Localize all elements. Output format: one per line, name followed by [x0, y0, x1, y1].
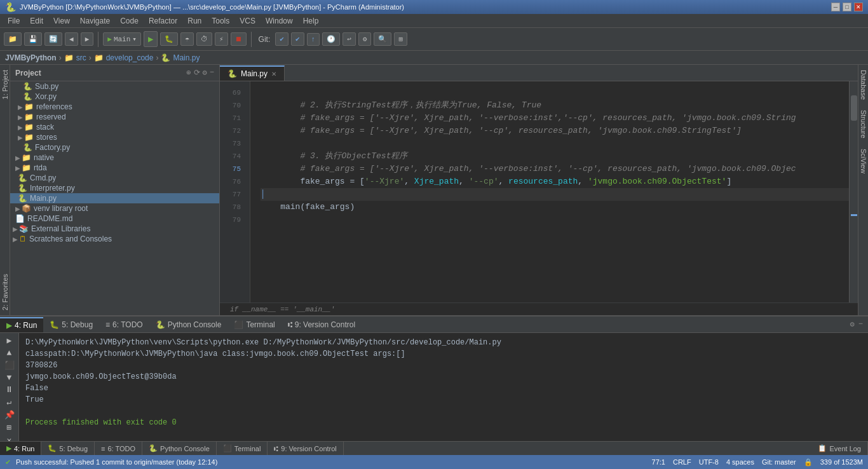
python-console-bottom-tab[interactable]: 🐍 Python Console	[142, 442, 217, 456]
soft-wrap-button[interactable]: ↵	[3, 397, 17, 407]
terminal-tab[interactable]: ⬛ Terminal	[227, 318, 281, 332]
menu-navigate[interactable]: Navigate	[75, 15, 115, 27]
git-branch[interactable]: Git: master	[762, 458, 796, 466]
vcs-commit-button[interactable]: ✔	[291, 32, 304, 46]
event-log-tab[interactable]: 📋 Event Log	[811, 442, 868, 456]
run-config-button[interactable]: ▶ Main ▾	[103, 32, 141, 46]
list-item[interactable]: ▶ 📦 venv library root	[10, 203, 219, 214]
position-indicator[interactable]: 77:1	[652, 458, 665, 466]
code-content[interactable]: # 2. 执行StringTest程序，执行结果为True, False, Tr…	[250, 81, 849, 302]
settings-gear-icon[interactable]: ⚙	[203, 68, 207, 78]
list-item[interactable]: ▶ 📁 rtda	[10, 163, 219, 173]
run-bottom-tab[interactable]: ▶ 4: Run	[0, 442, 41, 456]
list-item[interactable]: ▶ 🗒 Scratches and Consoles	[10, 234, 219, 244]
close-tab-icon[interactable]: ✕	[271, 71, 276, 78]
sync-button[interactable]: 🔄	[44, 32, 62, 46]
menu-window[interactable]: Window	[261, 15, 298, 27]
layout-button[interactable]: ⊞	[394, 32, 407, 46]
vc-bottom-tab[interactable]: ⑆ 9: Version Control	[268, 442, 343, 456]
settings-button[interactable]: ⚙	[358, 32, 372, 46]
console-output[interactable]: D:\MyPythonWork\JVMByPython\venv\Scripts…	[19, 333, 868, 441]
minimize-panel-icon[interactable]: −	[858, 320, 863, 329]
pin-tab-button[interactable]: 📌	[3, 410, 17, 420]
stop-run-button[interactable]: ⬛	[3, 360, 17, 370]
list-item[interactable]: ▶ 📁 reserved	[10, 112, 219, 122]
breadcrumb-main[interactable]: Main.py	[173, 53, 200, 62]
menu-run[interactable]: Run	[182, 15, 207, 27]
open-button[interactable]: 📁	[4, 32, 22, 46]
todo-tab[interactable]: ≡ 6: TODO	[99, 318, 149, 332]
scroll-thumb[interactable]	[851, 95, 857, 121]
collapse-icon[interactable]: −	[210, 68, 214, 78]
forward-button[interactable]: ▶	[81, 32, 94, 46]
maximize-button[interactable]: □	[843, 3, 851, 11]
scroll-up-button[interactable]: ▲	[3, 348, 17, 358]
scroll-down-button[interactable]: ▼	[3, 373, 17, 383]
list-item[interactable]: 🐍 Xor.py	[10, 92, 219, 102]
folder-icon: 📁	[22, 163, 31, 172]
breadcrumb-project[interactable]: JVMByPython	[5, 53, 57, 62]
menu-refactor[interactable]: Refactor	[144, 15, 182, 27]
stop-button[interactable]: ⏹	[231, 32, 247, 46]
minimize-button[interactable]: ─	[831, 3, 840, 11]
run-with-button[interactable]: ⚡	[215, 32, 228, 46]
search-button[interactable]: 🔍	[374, 32, 391, 46]
list-item[interactable]: 🐍 Interpreter.py	[10, 183, 219, 193]
debug-bottom-tab[interactable]: 🐛 5: Debug	[41, 442, 95, 456]
run-button[interactable]: ▶	[144, 31, 158, 47]
debug-tab[interactable]: 🐛 5: Debug	[43, 318, 99, 332]
menu-help[interactable]: Help	[298, 15, 324, 27]
database-tab[interactable]: Database	[858, 65, 869, 105]
restore-layout-button[interactable]: ⊞	[3, 423, 17, 433]
list-item[interactable]: ▶ 📁 stack	[10, 122, 219, 132]
todo-bottom-tab[interactable]: ≡ 6: TODO	[95, 442, 142, 456]
back-button[interactable]: ◀	[65, 32, 78, 46]
menu-edit[interactable]: Edit	[25, 15, 48, 27]
menu-view[interactable]: View	[48, 15, 75, 27]
code-editor[interactable]: 69 70 71 72 73 74 75 76 77 78 79 # 2. 执行…	[220, 81, 858, 302]
pause-button[interactable]: ⏸	[3, 385, 17, 395]
vcs-push-button[interactable]: ↑	[307, 33, 320, 46]
close-run-button[interactable]: ✕	[3, 435, 17, 441]
terminal-bottom-tab[interactable]: ⬛ Terminal	[217, 442, 268, 456]
sciview-tab[interactable]: SciView	[858, 144, 869, 179]
line-ending[interactable]: CRLF	[673, 458, 691, 466]
close-button[interactable]: ✕	[854, 3, 863, 11]
version-control-tab[interactable]: ⑆ 9: Version Control	[281, 318, 362, 332]
indent[interactable]: 4 spaces	[726, 458, 754, 466]
profile-button[interactable]: ⏱	[196, 32, 212, 46]
python-console-tab[interactable]: 🐍 Python Console	[149, 318, 228, 332]
list-item[interactable]: ▶ 📁 native	[10, 153, 219, 163]
menu-code[interactable]: Code	[115, 15, 144, 27]
list-item[interactable]: 🐍 Sub.py	[10, 81, 219, 92]
encoding[interactable]: UTF-8	[699, 458, 719, 466]
add-icon[interactable]: ⊕	[186, 68, 191, 78]
menu-vcs[interactable]: VCS	[234, 15, 261, 27]
list-item[interactable]: ▶ 📁 references	[10, 102, 219, 112]
coverage-button[interactable]: ☂	[180, 32, 194, 46]
menu-file[interactable]: File	[3, 15, 25, 27]
breadcrumb-develop[interactable]: develop_code	[106, 53, 154, 62]
restart-button[interactable]: ▶	[3, 336, 17, 346]
tab-main-py[interactable]: 🐍 Main.py ✕	[220, 65, 285, 81]
save-button[interactable]: 💾	[24, 32, 42, 46]
favorites-tab-label[interactable]: 2: Favorites	[0, 269, 10, 315]
editor-scrollbar[interactable]	[849, 81, 858, 302]
list-item[interactable]: 🐍 Cmd.py	[10, 173, 219, 183]
list-item[interactable]: ▶ 📚 External Libraries	[10, 224, 219, 234]
settings-icon[interactable]: ⚙	[850, 320, 855, 329]
structure-tab[interactable]: Structure	[858, 105, 869, 144]
vcs-update-button[interactable]: ✔	[275, 32, 288, 46]
menu-tools[interactable]: Tools	[207, 15, 234, 27]
breadcrumb-src[interactable]: src	[76, 53, 86, 62]
project-tab-label[interactable]: 1: Project	[0, 65, 10, 104]
list-item-main[interactable]: 🐍 Main.py	[10, 193, 219, 203]
vcs-history-button[interactable]: 🕐	[322, 32, 340, 46]
undo-button[interactable]: ↩	[342, 32, 356, 46]
debug-button[interactable]: 🐛	[160, 32, 178, 46]
list-item[interactable]: ▶ 📁 stores	[10, 132, 219, 142]
run-tab[interactable]: ▶ 4: Run	[0, 317, 43, 332]
sync-files-icon[interactable]: ⟳	[194, 68, 200, 78]
list-item[interactable]: 🐍 Factory.py	[10, 142, 219, 153]
list-item[interactable]: 📄 README.md	[10, 214, 219, 224]
